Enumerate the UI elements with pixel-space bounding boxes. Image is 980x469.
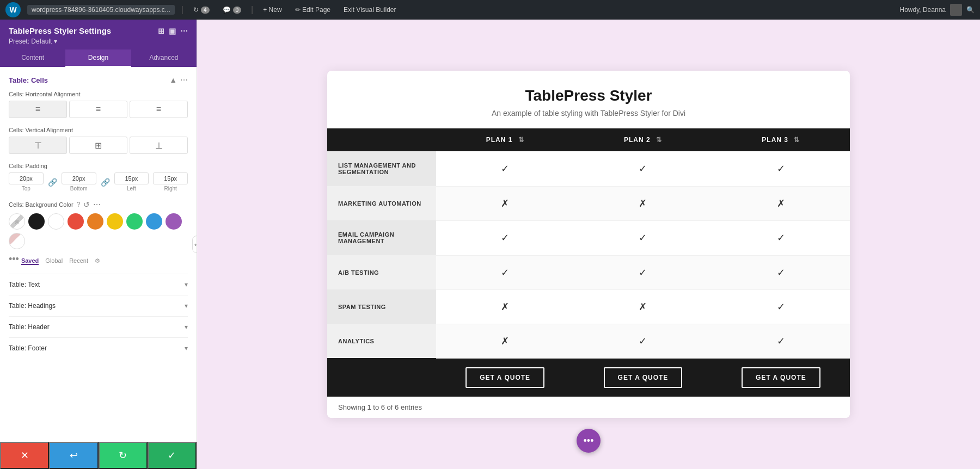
more-dots[interactable]: ••• <box>9 254 19 265</box>
th-plan1[interactable]: PLAN 1 ⇅ <box>436 128 574 151</box>
align-right-btn[interactable]: ≡ <box>130 101 188 118</box>
separator: | <box>181 5 183 15</box>
topbar: W wordpress-784896-3610405.cloudwaysapps… <box>0 0 980 20</box>
padding-left-field: Left <box>114 172 149 192</box>
color-gear-icon[interactable]: ⚙ <box>95 257 100 265</box>
padding-bottom-label: Bottom <box>70 186 88 192</box>
th-plan3-sort[interactable]: ⇅ <box>794 136 800 144</box>
panel-tabs: Content Design Advanced <box>0 50 197 67</box>
color-tab-saved[interactable]: Saved <box>21 257 39 265</box>
table-card: TablePress Styler An example of table st… <box>327 71 850 418</box>
padding-left-input[interactable] <box>114 172 149 184</box>
color-tab-recent[interactable]: Recent <box>69 257 88 265</box>
table-header-title: Table: Header <box>9 323 50 331</box>
nav-comments[interactable]: 💬 0 <box>219 6 245 14</box>
align-center-btn[interactable]: ≡ <box>69 101 127 118</box>
row1-plan1: ✓ <box>436 151 574 186</box>
table-headings-header[interactable]: Table: Headings ▾ <box>9 302 188 310</box>
h-alignment-options: ≡ ≡ ≡ <box>9 101 188 118</box>
panel-drag-handle[interactable]: ⇔ <box>192 236 197 253</box>
nav-edit-page[interactable]: ✏ Edit Page <box>292 6 334 14</box>
valign-middle-btn[interactable]: ⊞ <box>69 137 127 154</box>
panel-icon-layout[interactable]: ▣ <box>169 27 176 35</box>
table-header-header[interactable]: Table: Header ▾ <box>9 323 188 331</box>
valign-bottom-btn[interactable]: ⊥ <box>130 137 188 154</box>
swatch-black[interactable] <box>28 213 45 230</box>
valign-top-btn[interactable]: ⊤ <box>9 137 67 154</box>
save-button[interactable]: ✓ <box>148 442 197 469</box>
panel-footer: ✕ ↩ ↻ ✓ <box>0 442 197 469</box>
section-title: Table: Cells <box>9 76 48 84</box>
h-alignment-label: Cells: Horizontal Alignment <box>9 91 188 97</box>
undo-button[interactable]: ↩ <box>49 442 98 469</box>
swatch-purple[interactable] <box>166 213 182 230</box>
panel-icon-more[interactable]: ⋯ <box>180 27 188 35</box>
th-plan3[interactable]: PLAN 3 ⇅ <box>712 128 850 151</box>
padding-bottom-input[interactable] <box>62 172 96 184</box>
quote-btn-plan2[interactable]: GET A QUOTE <box>604 367 683 388</box>
section-more-icon[interactable]: ⋯ <box>180 76 188 84</box>
color-help-icon[interactable]: ? <box>77 201 81 208</box>
nav-new[interactable]: + New <box>260 6 285 14</box>
table-footer-header[interactable]: Table: Footer ▾ <box>9 344 188 352</box>
padding-bottom-field: Bottom <box>62 172 96 192</box>
swatch-yellow[interactable] <box>107 213 123 230</box>
row2-plan1: ✗ <box>436 186 574 220</box>
swatch-orange[interactable] <box>87 213 103 230</box>
th-plan2-sort[interactable]: ⇅ <box>656 136 662 144</box>
table-row: A/B TESTING ✓ ✓ ✓ <box>327 255 850 289</box>
collapsible-table-header: Table: Header ▾ <box>9 316 188 337</box>
tab-content[interactable]: Content <box>0 50 65 67</box>
wp-icon[interactable]: W <box>5 2 21 17</box>
th-feature[interactable] <box>327 128 436 151</box>
padding-top-input[interactable] <box>9 172 44 184</box>
table-row: LIST MANAGEMENT AND SEGMENTATION ✓ ✓ ✓ <box>327 151 850 186</box>
swatch-blue[interactable] <box>146 213 162 230</box>
site-url[interactable]: wordpress-784896-3610405.cloudwaysapps.c… <box>27 5 175 15</box>
th-plan1-sort[interactable]: ⇅ <box>518 136 524 144</box>
tab-design[interactable]: Design <box>65 50 131 67</box>
row5-plan3: ✓ <box>712 289 850 324</box>
padding-link-icon-2[interactable]: 🔗 <box>101 178 110 187</box>
section-collapse-icon[interactable]: ▲ <box>169 76 177 84</box>
cancel-button[interactable]: ✕ <box>0 442 49 469</box>
tf-plan3-btn-cell: GET A QUOTE <box>712 358 850 397</box>
row4-plan1: ✓ <box>436 255 574 289</box>
redo-button[interactable]: ↻ <box>99 442 148 469</box>
row4-plan3: ✓ <box>712 255 850 289</box>
nav-exit-builder[interactable]: Exit Visual Builder <box>340 6 400 14</box>
row3-plan3: ✓ <box>712 220 850 255</box>
th-plan2[interactable]: PLAN 2 ⇅ <box>574 128 712 151</box>
color-palette: ◎ <box>9 213 188 249</box>
row4-plan2: ✓ <box>574 255 712 289</box>
quote-btn-plan3[interactable]: GET A QUOTE <box>742 367 820 388</box>
table-row: SPAM TESTING ✗ ✗ ✓ <box>327 289 850 324</box>
right-content: TablePress Styler An example of table st… <box>197 20 980 469</box>
swatch-red[interactable] <box>68 213 84 230</box>
padding-link-icon-1[interactable]: 🔗 <box>48 178 57 187</box>
padding-right-input[interactable] <box>153 172 188 184</box>
topbar-search[interactable]: 🔍 <box>966 6 975 14</box>
tab-advanced[interactable]: Advanced <box>131 50 197 67</box>
panel-icon-screens[interactable]: ⊞ <box>158 27 164 35</box>
nav-refresh[interactable]: ↻ 4 <box>190 6 213 14</box>
table-row: EMAIL CAMPAIGN MANAGEMENT ✓ ✓ ✓ <box>327 220 850 255</box>
swatch-white[interactable] <box>48 213 64 230</box>
padding-left-label: Left <box>127 186 136 192</box>
table-text-header[interactable]: Table: Text ▾ <box>9 281 188 288</box>
table-title-area: TablePress Styler An example of table st… <box>327 71 850 128</box>
swatch-transparent[interactable]: ◎ <box>9 213 25 230</box>
panel-preset[interactable]: Preset: Default ▾ <box>9 38 188 45</box>
section-title-text: Table: Cells <box>9 76 48 84</box>
quote-btn-plan1[interactable]: GET A QUOTE <box>465 367 544 388</box>
color-reset-icon[interactable]: ↺ <box>83 200 90 209</box>
color-tab-global[interactable]: Global <box>45 257 63 265</box>
swatch-green[interactable] <box>126 213 143 230</box>
swatch-stripe[interactable] <box>9 233 25 249</box>
tf-plan2-btn-cell: GET A QUOTE <box>574 358 712 397</box>
main-layout: TablePress Styler Settings ⊞ ▣ ⋯ Preset:… <box>0 20 980 469</box>
align-left-btn[interactable]: ≡ <box>9 101 67 118</box>
table-row: ANALYTICS ✗ ✓ ✓ <box>327 324 850 358</box>
floating-dots-button[interactable]: ••• <box>577 429 601 453</box>
color-more-icon[interactable]: ⋯ <box>93 200 101 209</box>
